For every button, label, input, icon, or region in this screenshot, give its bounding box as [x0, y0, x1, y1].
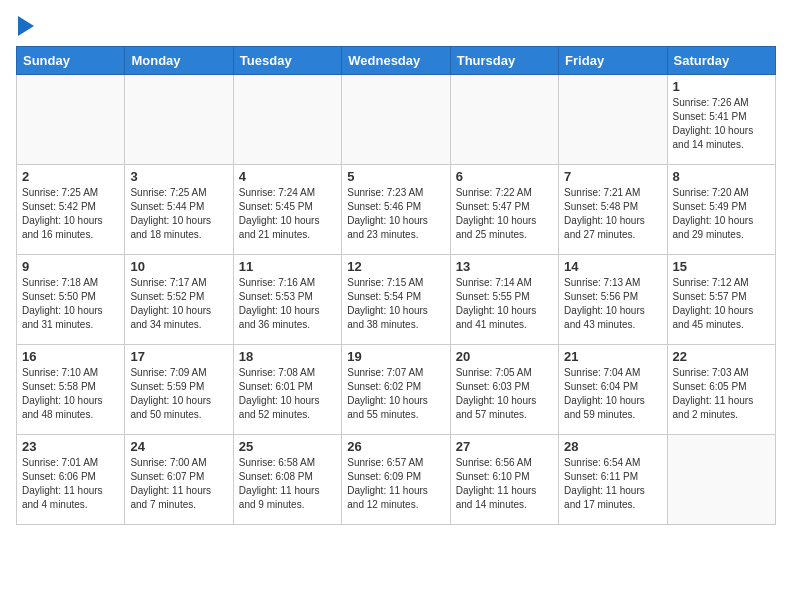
day-number: 19 [347, 349, 444, 364]
day-number: 20 [456, 349, 553, 364]
day-info: Sunrise: 7:24 AM Sunset: 5:45 PM Dayligh… [239, 186, 336, 242]
day-number: 3 [130, 169, 227, 184]
day-info: Sunrise: 7:15 AM Sunset: 5:54 PM Dayligh… [347, 276, 444, 332]
calendar-cell: 13Sunrise: 7:14 AM Sunset: 5:55 PM Dayli… [450, 255, 558, 345]
calendar-week-row: 9Sunrise: 7:18 AM Sunset: 5:50 PM Daylig… [17, 255, 776, 345]
calendar-cell [125, 75, 233, 165]
calendar-cell: 17Sunrise: 7:09 AM Sunset: 5:59 PM Dayli… [125, 345, 233, 435]
day-number: 26 [347, 439, 444, 454]
day-info: Sunrise: 6:57 AM Sunset: 6:09 PM Dayligh… [347, 456, 444, 512]
calendar-cell: 6Sunrise: 7:22 AM Sunset: 5:47 PM Daylig… [450, 165, 558, 255]
day-info: Sunrise: 7:01 AM Sunset: 6:06 PM Dayligh… [22, 456, 119, 512]
day-info: Sunrise: 6:58 AM Sunset: 6:08 PM Dayligh… [239, 456, 336, 512]
day-number: 10 [130, 259, 227, 274]
day-info: Sunrise: 7:23 AM Sunset: 5:46 PM Dayligh… [347, 186, 444, 242]
calendar-cell: 27Sunrise: 6:56 AM Sunset: 6:10 PM Dayli… [450, 435, 558, 525]
weekday-header-thursday: Thursday [450, 47, 558, 75]
day-number: 2 [22, 169, 119, 184]
day-info: Sunrise: 7:18 AM Sunset: 5:50 PM Dayligh… [22, 276, 119, 332]
calendar-week-row: 23Sunrise: 7:01 AM Sunset: 6:06 PM Dayli… [17, 435, 776, 525]
day-info: Sunrise: 7:07 AM Sunset: 6:02 PM Dayligh… [347, 366, 444, 422]
calendar-cell: 25Sunrise: 6:58 AM Sunset: 6:08 PM Dayli… [233, 435, 341, 525]
day-info: Sunrise: 7:04 AM Sunset: 6:04 PM Dayligh… [564, 366, 661, 422]
page-header [16, 16, 776, 36]
day-number: 14 [564, 259, 661, 274]
day-info: Sunrise: 6:54 AM Sunset: 6:11 PM Dayligh… [564, 456, 661, 512]
calendar-cell: 21Sunrise: 7:04 AM Sunset: 6:04 PM Dayli… [559, 345, 667, 435]
day-number: 9 [22, 259, 119, 274]
day-info: Sunrise: 7:10 AM Sunset: 5:58 PM Dayligh… [22, 366, 119, 422]
calendar-week-row: 2Sunrise: 7:25 AM Sunset: 5:42 PM Daylig… [17, 165, 776, 255]
day-number: 27 [456, 439, 553, 454]
day-number: 7 [564, 169, 661, 184]
day-number: 24 [130, 439, 227, 454]
day-number: 1 [673, 79, 770, 94]
day-info: Sunrise: 7:13 AM Sunset: 5:56 PM Dayligh… [564, 276, 661, 332]
day-number: 5 [347, 169, 444, 184]
calendar-cell: 4Sunrise: 7:24 AM Sunset: 5:45 PM Daylig… [233, 165, 341, 255]
calendar-cell: 11Sunrise: 7:16 AM Sunset: 5:53 PM Dayli… [233, 255, 341, 345]
day-number: 13 [456, 259, 553, 274]
day-number: 4 [239, 169, 336, 184]
calendar-cell: 26Sunrise: 6:57 AM Sunset: 6:09 PM Dayli… [342, 435, 450, 525]
logo-arrow-icon [18, 16, 34, 36]
day-number: 18 [239, 349, 336, 364]
weekday-header-friday: Friday [559, 47, 667, 75]
day-info: Sunrise: 7:09 AM Sunset: 5:59 PM Dayligh… [130, 366, 227, 422]
calendar-cell [559, 75, 667, 165]
calendar-cell: 19Sunrise: 7:07 AM Sunset: 6:02 PM Dayli… [342, 345, 450, 435]
day-info: Sunrise: 7:14 AM Sunset: 5:55 PM Dayligh… [456, 276, 553, 332]
day-info: Sunrise: 7:25 AM Sunset: 5:42 PM Dayligh… [22, 186, 119, 242]
day-info: Sunrise: 7:05 AM Sunset: 6:03 PM Dayligh… [456, 366, 553, 422]
calendar-header-row: SundayMondayTuesdayWednesdayThursdayFrid… [17, 47, 776, 75]
day-info: Sunrise: 7:12 AM Sunset: 5:57 PM Dayligh… [673, 276, 770, 332]
calendar-cell: 9Sunrise: 7:18 AM Sunset: 5:50 PM Daylig… [17, 255, 125, 345]
day-number: 12 [347, 259, 444, 274]
calendar-cell [233, 75, 341, 165]
day-info: Sunrise: 6:56 AM Sunset: 6:10 PM Dayligh… [456, 456, 553, 512]
calendar-cell [667, 435, 775, 525]
day-number: 8 [673, 169, 770, 184]
calendar-cell: 18Sunrise: 7:08 AM Sunset: 6:01 PM Dayli… [233, 345, 341, 435]
day-number: 17 [130, 349, 227, 364]
day-info: Sunrise: 7:20 AM Sunset: 5:49 PM Dayligh… [673, 186, 770, 242]
day-info: Sunrise: 7:16 AM Sunset: 5:53 PM Dayligh… [239, 276, 336, 332]
calendar-cell: 15Sunrise: 7:12 AM Sunset: 5:57 PM Dayli… [667, 255, 775, 345]
day-number: 21 [564, 349, 661, 364]
calendar-cell: 28Sunrise: 6:54 AM Sunset: 6:11 PM Dayli… [559, 435, 667, 525]
day-number: 16 [22, 349, 119, 364]
calendar-cell: 8Sunrise: 7:20 AM Sunset: 5:49 PM Daylig… [667, 165, 775, 255]
weekday-header-monday: Monday [125, 47, 233, 75]
day-number: 28 [564, 439, 661, 454]
calendar-cell: 20Sunrise: 7:05 AM Sunset: 6:03 PM Dayli… [450, 345, 558, 435]
calendar-cell: 5Sunrise: 7:23 AM Sunset: 5:46 PM Daylig… [342, 165, 450, 255]
day-info: Sunrise: 7:17 AM Sunset: 5:52 PM Dayligh… [130, 276, 227, 332]
calendar-cell: 10Sunrise: 7:17 AM Sunset: 5:52 PM Dayli… [125, 255, 233, 345]
calendar-cell [450, 75, 558, 165]
calendar-cell: 23Sunrise: 7:01 AM Sunset: 6:06 PM Dayli… [17, 435, 125, 525]
day-info: Sunrise: 7:21 AM Sunset: 5:48 PM Dayligh… [564, 186, 661, 242]
calendar-cell: 14Sunrise: 7:13 AM Sunset: 5:56 PM Dayli… [559, 255, 667, 345]
calendar-cell: 2Sunrise: 7:25 AM Sunset: 5:42 PM Daylig… [17, 165, 125, 255]
calendar-cell: 1Sunrise: 7:26 AM Sunset: 5:41 PM Daylig… [667, 75, 775, 165]
calendar-cell: 3Sunrise: 7:25 AM Sunset: 5:44 PM Daylig… [125, 165, 233, 255]
day-info: Sunrise: 7:26 AM Sunset: 5:41 PM Dayligh… [673, 96, 770, 152]
weekday-header-tuesday: Tuesday [233, 47, 341, 75]
day-number: 15 [673, 259, 770, 274]
calendar-cell [342, 75, 450, 165]
calendar-cell [17, 75, 125, 165]
weekday-header-sunday: Sunday [17, 47, 125, 75]
weekday-header-saturday: Saturday [667, 47, 775, 75]
weekday-header-wednesday: Wednesday [342, 47, 450, 75]
logo [16, 16, 34, 36]
day-info: Sunrise: 7:08 AM Sunset: 6:01 PM Dayligh… [239, 366, 336, 422]
calendar-cell: 7Sunrise: 7:21 AM Sunset: 5:48 PM Daylig… [559, 165, 667, 255]
calendar-cell: 22Sunrise: 7:03 AM Sunset: 6:05 PM Dayli… [667, 345, 775, 435]
day-info: Sunrise: 7:22 AM Sunset: 5:47 PM Dayligh… [456, 186, 553, 242]
calendar-cell: 16Sunrise: 7:10 AM Sunset: 5:58 PM Dayli… [17, 345, 125, 435]
calendar-week-row: 1Sunrise: 7:26 AM Sunset: 5:41 PM Daylig… [17, 75, 776, 165]
day-number: 11 [239, 259, 336, 274]
day-number: 23 [22, 439, 119, 454]
calendar-cell: 24Sunrise: 7:00 AM Sunset: 6:07 PM Dayli… [125, 435, 233, 525]
calendar-week-row: 16Sunrise: 7:10 AM Sunset: 5:58 PM Dayli… [17, 345, 776, 435]
